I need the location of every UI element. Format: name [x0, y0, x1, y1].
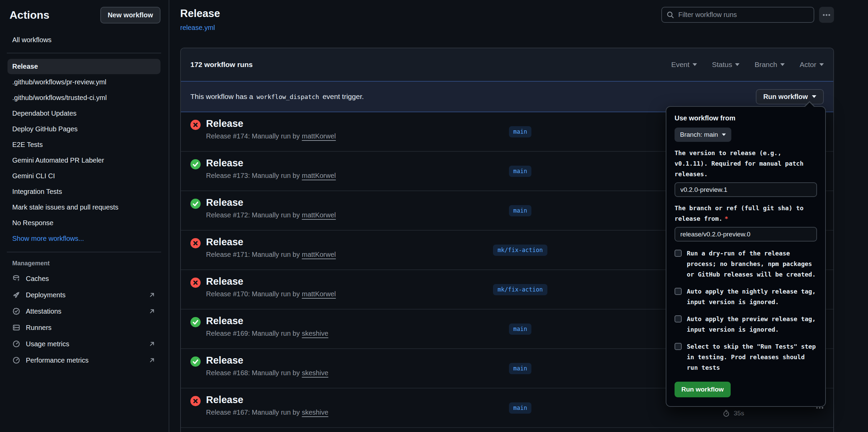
- branch-badge[interactable]: main: [509, 323, 532, 335]
- management-item[interactable]: Attestations: [7, 303, 160, 319]
- x-circle-fill-icon: [190, 238, 201, 248]
- run-branch-cell: mk/fix-action: [459, 270, 581, 309]
- run-subtitle-text: Release #169: Manually run by: [206, 330, 300, 337]
- sidebar-workflow-item[interactable]: No Response: [7, 215, 160, 231]
- run-status-icon: [190, 356, 201, 367]
- run-title-link[interactable]: Release: [206, 157, 243, 169]
- banner-text: This workflow has a: [190, 93, 253, 101]
- branch-badge[interactable]: mk/fix-action: [493, 284, 547, 295]
- run-filter-dropdown[interactable]: Branch: [754, 61, 785, 69]
- checkbox-row: Auto apply the preview release tag, inpu…: [675, 314, 817, 335]
- management-item[interactable]: Caches: [7, 270, 160, 287]
- run-branch-cell: main: [459, 310, 581, 348]
- run-workflow-button-label: Run workflow: [763, 93, 808, 101]
- management-item-icon: [12, 307, 20, 315]
- run-actor-link[interactable]: mattKorwel: [302, 251, 336, 258]
- run-actor-link[interactable]: mattKorwel: [302, 211, 336, 219]
- management-item[interactable]: Deployments: [7, 287, 160, 303]
- sidebar-workflow-item[interactable]: .github/workflows/pr-review.yml: [7, 74, 160, 90]
- rocket-icon: [12, 291, 20, 299]
- sidebar-workflow-item[interactable]: Dependabot Updates: [7, 106, 160, 121]
- branch-badge[interactable]: main: [509, 402, 532, 414]
- popover-title: Use workflow from: [675, 114, 817, 122]
- checkbox-label: Run a dry-run of the release process; no…: [687, 248, 817, 280]
- sidebar-workflow-item[interactable]: Gemini CLI CI: [7, 168, 160, 184]
- run-subtitle-text: Release #167: Manually run by: [206, 409, 300, 416]
- run-title-link[interactable]: Release: [206, 276, 243, 287]
- run-actor-link[interactable]: skeshive: [302, 369, 328, 377]
- page-title: Release: [180, 7, 220, 20]
- sidebar-workflow-item[interactable]: Release: [7, 59, 160, 74]
- version-input[interactable]: [675, 182, 817, 197]
- ref-input-label: The branch or ref (full git sha) to rele…: [675, 203, 817, 224]
- ref-input[interactable]: [675, 227, 817, 242]
- run-title-link[interactable]: Release: [206, 118, 243, 129]
- branch-badge[interactable]: main: [509, 126, 532, 137]
- management-item[interactable]: Performance metrics: [7, 352, 160, 368]
- checkbox[interactable]: [675, 343, 682, 350]
- run-title-link[interactable]: Release: [206, 394, 243, 405]
- sidebar-workflow-item[interactable]: .github/workflows/trusted-ci.yml: [7, 90, 160, 105]
- branch-badge[interactable]: main: [509, 205, 532, 216]
- run-subtitle: Release #169: Manually run byskeshive: [206, 330, 459, 337]
- checkbox[interactable]: [675, 315, 682, 322]
- check-circle-fill-icon: [190, 199, 201, 209]
- branch-badge[interactable]: main: [509, 166, 532, 177]
- sidebar-workflow-item[interactable]: Deploy GitHub Pages: [7, 121, 160, 137]
- run-subtitle: Release #168: Manually run byskeshive: [206, 369, 459, 377]
- run-actor-link[interactable]: mattKorwel: [302, 290, 336, 298]
- sidebar-workflow-item[interactable]: E2E Tests: [7, 137, 160, 152]
- run-status-icon: [190, 159, 201, 169]
- filter-workflow-runs-input[interactable]: [661, 7, 814, 23]
- check-circle-fill-icon: [190, 356, 201, 367]
- management-list: Caches: [7, 270, 160, 368]
- sidebar-divider: [7, 252, 161, 252]
- run-subtitle-text: Release #174: Manually run by: [206, 132, 300, 140]
- run-filter-dropdown[interactable]: Event: [671, 61, 697, 69]
- branch-selector-dropdown[interactable]: Branch: main: [675, 128, 731, 142]
- run-actor-link[interactable]: mattKorwel: [302, 172, 336, 179]
- run-actor-link[interactable]: skeshive: [302, 330, 328, 337]
- management-item-icon: [12, 291, 20, 299]
- run-actor-link[interactable]: mattKorwel: [302, 132, 336, 140]
- sidebar-item-all-workflows[interactable]: All workflows: [7, 32, 160, 47]
- sidebar-workflow-item[interactable]: Mark stale issues and pull requests: [7, 200, 160, 215]
- management-item[interactable]: Usage metrics: [7, 336, 160, 352]
- chevron-down-icon: [693, 63, 697, 66]
- run-branch-cell: main: [459, 191, 581, 230]
- workflow-file-link[interactable]: release.yml: [180, 24, 215, 32]
- branch-selector-label: Branch: main: [680, 131, 718, 138]
- management-item-icon: [12, 356, 20, 364]
- sidebar-divider: [7, 53, 161, 53]
- run-filter-label: Actor: [800, 61, 816, 69]
- run-title-link[interactable]: Release: [206, 197, 243, 208]
- stopwatch-icon: [722, 410, 730, 417]
- management-item[interactable]: Runners: [7, 319, 160, 336]
- run-filter-dropdown[interactable]: Status: [712, 61, 740, 69]
- run-filter-dropdown[interactable]: Actor: [800, 61, 824, 69]
- verified-badge-icon: [12, 307, 20, 315]
- run-title-link[interactable]: Release: [206, 315, 243, 327]
- run-title-link[interactable]: Release: [206, 236, 243, 248]
- run-branch-cell: main: [459, 349, 581, 388]
- run-title-link[interactable]: Release: [206, 355, 243, 366]
- chevron-down-icon: [812, 95, 816, 98]
- branch-badge[interactable]: mk/fix-action: [493, 245, 547, 256]
- checkbox[interactable]: [675, 250, 682, 257]
- checkbox[interactable]: [675, 288, 682, 295]
- management-section-label: Management: [7, 258, 160, 270]
- branch-badge[interactable]: main: [509, 363, 532, 374]
- show-more-workflows-link[interactable]: Show more workflows...: [7, 231, 160, 246]
- run-subtitle-text: Release #173: Manually run by: [206, 172, 300, 179]
- run-subtitle: Release #170: Manually run bymattKorwel: [206, 290, 459, 298]
- new-workflow-button[interactable]: New workflow: [100, 7, 160, 23]
- external-link-icon: [148, 291, 156, 299]
- workflow-options-kebab-button[interactable]: [819, 7, 834, 23]
- sidebar-workflow-item[interactable]: Gemini Automated PR Labeler: [7, 153, 160, 168]
- run-main: Release Release #171: Manually run bymat…: [206, 236, 459, 269]
- sidebar-workflow-item[interactable]: Integration Tests: [7, 184, 160, 199]
- run-actor-link[interactable]: skeshive: [302, 409, 328, 416]
- management-item-label: Usage metrics: [26, 340, 69, 348]
- run-workflow-submit-button[interactable]: Run workflow: [675, 382, 731, 397]
- checkbox-row: Select to skip the "Run Tests" step in t…: [675, 341, 817, 373]
